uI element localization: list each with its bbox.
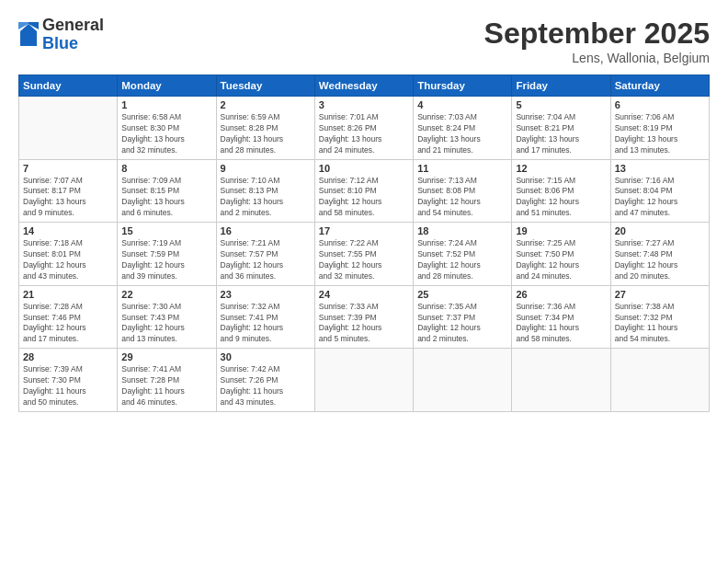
day-number: 11 [417,163,507,174]
day-number: 20 [615,225,705,236]
day-info: Sunrise: 7:07 AM Sunset: 8:17 PM Dayligh… [23,176,113,220]
calendar-cell: 21Sunrise: 7:28 AM Sunset: 7:46 PM Dayli… [19,285,118,349]
calendar-week-row: 14Sunrise: 7:18 AM Sunset: 8:01 PM Dayli… [19,223,710,286]
weekday-header: Monday [118,75,216,97]
calendar-cell: 26Sunrise: 7:36 AM Sunset: 7:34 PM Dayli… [512,285,610,349]
calendar-cell: 28Sunrise: 7:39 AM Sunset: 7:30 PM Dayli… [19,349,118,412]
day-info: Sunrise: 7:03 AM Sunset: 8:24 PM Dayligh… [417,112,507,156]
day-number: 13 [615,163,705,174]
calendar-week-row: 1Sunrise: 6:58 AM Sunset: 8:30 PM Daylig… [19,97,710,160]
calendar-week-row: 28Sunrise: 7:39 AM Sunset: 7:30 PM Dayli… [19,349,710,412]
calendar-cell: 14Sunrise: 7:18 AM Sunset: 8:01 PM Dayli… [19,223,118,286]
calendar-cell: 30Sunrise: 7:42 AM Sunset: 7:26 PM Dayli… [216,349,314,412]
day-number: 22 [121,289,211,300]
day-number: 10 [319,163,409,174]
svg-marker-0 [20,24,37,46]
day-info: Sunrise: 7:33 AM Sunset: 7:39 PM Dayligh… [319,302,409,346]
day-number: 26 [516,289,606,300]
calendar-cell: 18Sunrise: 7:24 AM Sunset: 7:52 PM Dayli… [414,223,512,286]
day-number: 9 [221,163,311,174]
day-number: 19 [516,225,606,236]
day-number: 2 [221,99,311,110]
calendar-cell: 6Sunrise: 7:06 AM Sunset: 8:19 PM Daylig… [610,97,709,160]
calendar-cell: 3Sunrise: 7:01 AM Sunset: 8:26 PM Daylig… [314,97,413,160]
day-info: Sunrise: 7:21 AM Sunset: 7:57 PM Dayligh… [221,238,311,282]
calendar-cell: 7Sunrise: 7:07 AM Sunset: 8:17 PM Daylig… [19,159,118,223]
calendar-cell: 29Sunrise: 7:41 AM Sunset: 7:28 PM Dayli… [118,349,216,412]
calendar-cell: 10Sunrise: 7:12 AM Sunset: 8:10 PM Dayli… [314,159,413,223]
calendar-cell: 16Sunrise: 7:21 AM Sunset: 7:57 PM Dayli… [216,223,314,286]
header: General Blue September 2025 Lens, Wallon… [18,17,710,65]
day-info: Sunrise: 7:06 AM Sunset: 8:19 PM Dayligh… [615,112,705,156]
day-info: Sunrise: 7:04 AM Sunset: 8:21 PM Dayligh… [516,112,606,156]
calendar-cell: 9Sunrise: 7:10 AM Sunset: 8:13 PM Daylig… [216,159,314,223]
calendar-cell: 24Sunrise: 7:33 AM Sunset: 7:39 PM Dayli… [314,285,413,349]
weekday-header: Sunday [19,75,118,97]
calendar-cell: 22Sunrise: 7:30 AM Sunset: 7:43 PM Dayli… [118,285,216,349]
calendar-cell: 1Sunrise: 6:58 AM Sunset: 8:30 PM Daylig… [118,97,216,160]
calendar-cell: 19Sunrise: 7:25 AM Sunset: 7:50 PM Dayli… [512,223,610,286]
day-number: 17 [319,225,409,236]
calendar-cell [610,349,709,412]
calendar-header-row: SundayMondayTuesdayWednesdayThursdayFrid… [19,75,710,97]
day-info: Sunrise: 7:19 AM Sunset: 7:59 PM Dayligh… [121,238,211,282]
logo: General Blue [18,17,104,53]
day-info: Sunrise: 7:30 AM Sunset: 7:43 PM Dayligh… [121,302,211,346]
day-info: Sunrise: 7:18 AM Sunset: 8:01 PM Dayligh… [23,238,113,282]
logo-blue: Blue [42,35,104,53]
calendar-cell: 4Sunrise: 7:03 AM Sunset: 8:24 PM Daylig… [414,97,512,160]
day-info: Sunrise: 7:16 AM Sunset: 8:04 PM Dayligh… [615,176,705,220]
day-number: 5 [516,99,606,110]
calendar-cell: 20Sunrise: 7:27 AM Sunset: 7:48 PM Dayli… [610,223,709,286]
day-number: 27 [615,289,705,300]
day-info: Sunrise: 7:36 AM Sunset: 7:34 PM Dayligh… [516,302,606,346]
day-number: 7 [23,163,113,174]
calendar-cell [314,349,413,412]
logo-general: General [42,17,104,35]
calendar-title: September 2025 [484,17,710,51]
day-info: Sunrise: 7:10 AM Sunset: 8:13 PM Dayligh… [221,176,311,220]
calendar-cell [19,97,118,160]
day-number: 23 [221,289,311,300]
day-info: Sunrise: 7:42 AM Sunset: 7:26 PM Dayligh… [221,364,311,408]
day-info: Sunrise: 7:35 AM Sunset: 7:37 PM Dayligh… [417,302,507,346]
day-number: 16 [221,225,311,236]
calendar-cell: 23Sunrise: 7:32 AM Sunset: 7:41 PM Dayli… [216,285,314,349]
day-number: 25 [417,289,507,300]
calendar-subtitle: Lens, Wallonia, Belgium [484,51,710,65]
day-info: Sunrise: 7:28 AM Sunset: 7:46 PM Dayligh… [23,302,113,346]
weekday-header: Wednesday [314,75,413,97]
day-number: 15 [121,225,211,236]
page: General Blue September 2025 Lens, Wallon… [0,0,728,563]
day-number: 8 [121,163,211,174]
day-info: Sunrise: 7:13 AM Sunset: 8:08 PM Dayligh… [417,176,507,220]
calendar-cell: 11Sunrise: 7:13 AM Sunset: 8:08 PM Dayli… [414,159,512,223]
logo-text: General Blue [42,17,104,53]
day-info: Sunrise: 7:39 AM Sunset: 7:30 PM Dayligh… [23,364,113,408]
day-number: 21 [23,289,113,300]
calendar-cell: 5Sunrise: 7:04 AM Sunset: 8:21 PM Daylig… [512,97,610,160]
day-number: 29 [121,351,211,362]
day-info: Sunrise: 7:38 AM Sunset: 7:32 PM Dayligh… [615,302,705,346]
day-info: Sunrise: 7:01 AM Sunset: 8:26 PM Dayligh… [319,112,409,156]
calendar-cell: 17Sunrise: 7:22 AM Sunset: 7:55 PM Dayli… [314,223,413,286]
calendar-cell: 27Sunrise: 7:38 AM Sunset: 7:32 PM Dayli… [610,285,709,349]
day-info: Sunrise: 6:59 AM Sunset: 8:28 PM Dayligh… [221,112,311,156]
calendar-cell: 2Sunrise: 6:59 AM Sunset: 8:28 PM Daylig… [216,97,314,160]
calendar-week-row: 7Sunrise: 7:07 AM Sunset: 8:17 PM Daylig… [19,159,710,223]
weekday-header: Thursday [414,75,512,97]
calendar-cell: 13Sunrise: 7:16 AM Sunset: 8:04 PM Dayli… [610,159,709,223]
day-info: Sunrise: 7:41 AM Sunset: 7:28 PM Dayligh… [121,364,211,408]
calendar-cell [414,349,512,412]
calendar-cell: 8Sunrise: 7:09 AM Sunset: 8:15 PM Daylig… [118,159,216,223]
day-info: Sunrise: 7:22 AM Sunset: 7:55 PM Dayligh… [319,238,409,282]
logo-icon [18,22,39,48]
weekday-header: Friday [512,75,610,97]
weekday-header: Tuesday [216,75,314,97]
day-info: Sunrise: 7:15 AM Sunset: 8:06 PM Dayligh… [516,176,606,220]
day-info: Sunrise: 7:09 AM Sunset: 8:15 PM Dayligh… [121,176,211,220]
day-info: Sunrise: 7:24 AM Sunset: 7:52 PM Dayligh… [417,238,507,282]
calendar-cell [512,349,610,412]
day-info: Sunrise: 7:27 AM Sunset: 7:48 PM Dayligh… [615,238,705,282]
day-number: 14 [23,225,113,236]
